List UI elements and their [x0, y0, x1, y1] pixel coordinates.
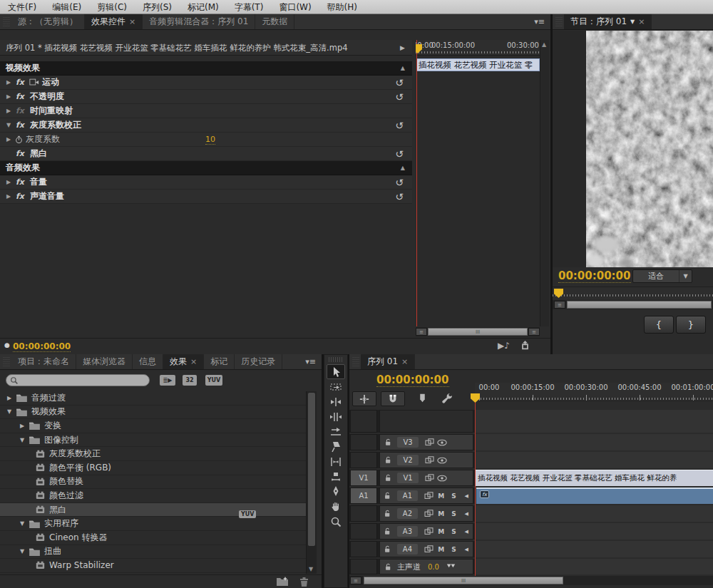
menu-item[interactable]: 文件(F): [0, 0, 44, 14]
tree-folder-row[interactable]: ▼实用程序: [0, 517, 306, 531]
menu-item[interactable]: 窗口(W): [271, 0, 319, 14]
solo-toggle[interactable]: S: [448, 510, 461, 517]
stopwatch-icon[interactable]: [15, 135, 23, 144]
twirl-icon[interactable]: ▶: [4, 108, 13, 114]
track-content[interactable]: [475, 434, 713, 450]
fx-badge-icon[interactable]: fx: [16, 120, 27, 130]
twirl-icon[interactable]: ▼: [4, 122, 13, 128]
track-name-chip[interactable]: A1: [397, 490, 419, 501]
fx-badge-icon[interactable]: fx: [16, 92, 27, 101]
tree-folder-row[interactable]: ▶音频过渡: [0, 391, 306, 406]
fx-badge-icon[interactable]: fx: [16, 149, 27, 158]
track-content[interactable]: fx: [475, 488, 713, 504]
track-content[interactable]: [475, 541, 713, 557]
program-playhead-marker[interactable]: [554, 289, 563, 298]
clip-title-expand-icon[interactable]: ▶: [400, 40, 411, 56]
reset-icon[interactable]: ↺: [395, 118, 404, 133]
ecp-mini-timeline[interactable]: 00:0000:15:00:0000:30:00 插花视频 花艺视频 开业花篮 …: [416, 40, 540, 326]
reset-icon[interactable]: ↺: [395, 175, 404, 190]
tab-item[interactable]: 信息: [133, 354, 163, 369]
ripple-edit-tool[interactable]: [327, 394, 345, 409]
export-frame-icon[interactable]: [520, 341, 530, 351]
source-patch[interactable]: [350, 523, 377, 540]
effect-row[interactable]: ▼fx灰度系数校正↺: [0, 118, 412, 133]
prev-keyframe-icon[interactable]: ◀: [460, 493, 473, 499]
eye-icon[interactable]: [436, 475, 448, 482]
snap-toggle-button[interactable]: [381, 391, 405, 406]
sync-lock-icon[interactable]: [422, 510, 435, 517]
track-name-chip[interactable]: V2: [397, 455, 419, 465]
track-content[interactable]: 插花视频 花艺视频 开业花篮 零基础花艺 婚车插花 鲜花的养: [475, 470, 713, 486]
source-patch[interactable]: [350, 452, 377, 468]
fx-badge-icon[interactable]: fx: [16, 106, 27, 115]
reset-icon[interactable]: ↺: [395, 190, 404, 204]
reset-icon[interactable]: ↺: [395, 76, 404, 90]
fx-badge-icon[interactable]: fx: [16, 192, 27, 201]
twirl-icon[interactable]: ▶: [4, 179, 13, 185]
lock-icon[interactable]: [381, 509, 394, 518]
ecp-vertical-scrollbar[interactable]: ▲: [540, 40, 549, 326]
panel-menu-icon[interactable]: ▾≡: [299, 354, 322, 369]
search-input[interactable]: [6, 374, 150, 386]
chevron-down-icon[interactable]: ▼: [630, 19, 635, 25]
selection-tool[interactable]: [327, 364, 345, 379]
effect-row[interactable]: ▶fx运动↺: [0, 76, 412, 90]
tree-folder-row[interactable]: ▼图像控制: [0, 433, 306, 448]
sync-lock-icon[interactable]: [423, 438, 436, 446]
ecp-horizontal-scrollbar[interactable]: ≡ III ≡: [416, 327, 540, 336]
effect-group-header[interactable]: 音频效果▲: [0, 161, 412, 175]
solo-toggle[interactable]: S: [448, 546, 461, 553]
source-patch[interactable]: V1: [350, 470, 377, 486]
track-select-tool[interactable]: [327, 379, 345, 394]
track-content[interactable]: [475, 559, 713, 574]
ecp-mini-ruler[interactable]: 00:0000:15:00:0000:30:00: [416, 40, 540, 56]
sync-lock-icon[interactable]: [422, 527, 435, 535]
tab-item[interactable]: 元数据: [255, 14, 294, 29]
lock-icon[interactable]: [381, 562, 394, 572]
scrollbar-handle[interactable]: III: [364, 577, 563, 584]
effect-row[interactable]: ▶fx不透明度↺: [0, 90, 412, 104]
zoom-tool[interactable]: [327, 514, 345, 529]
scrollbar-handle[interactable]: III: [428, 328, 528, 336]
program-video-area[interactable]: [553, 31, 713, 267]
tab-active[interactable]: 效果×: [163, 354, 204, 369]
menu-item[interactable]: 编辑(E): [44, 0, 89, 14]
lock-icon[interactable]: [381, 491, 394, 500]
tree-effect-row[interactable]: Cineon 转换器: [0, 531, 306, 545]
tree-folder-row[interactable]: ▼视频效果: [0, 406, 306, 420]
eye-icon[interactable]: [436, 457, 448, 464]
extract-button[interactable]: }: [676, 316, 706, 334]
twirl-icon[interactable]: ▶: [19, 423, 26, 429]
lock-icon[interactable]: [381, 438, 394, 447]
twirl-icon[interactable]: ▶: [6, 395, 13, 401]
track-content[interactable]: [475, 523, 713, 540]
ecp-selected-clip-bar[interactable]: 插花视频 花艺视频 开业花篮 零: [416, 58, 540, 71]
twirl-icon[interactable]: ▶: [4, 136, 13, 143]
source-patch[interactable]: A1: [350, 488, 377, 504]
tab-program[interactable]: 节目：序列 01 ▼ ×: [564, 14, 652, 29]
scroll-down-icon[interactable]: ▼: [309, 566, 313, 572]
tree-effect-row[interactable]: 颜色平衡 (RGB): [0, 461, 306, 475]
fx-badge-icon[interactable]: fx: [16, 177, 27, 187]
twirl-icon[interactable]: ▶: [4, 93, 13, 100]
twirl-icon[interactable]: ▼: [19, 437, 26, 443]
track-content[interactable]: [475, 410, 713, 433]
32bit-badge[interactable]: 32: [183, 375, 197, 386]
tree-folder-row[interactable]: ▼扭曲: [0, 545, 306, 559]
twirl-icon[interactable]: ▶: [4, 193, 13, 200]
pen-tool[interactable]: [327, 484, 345, 499]
close-icon[interactable]: ×: [401, 357, 408, 366]
menu-item[interactable]: 剪辑(C): [89, 0, 135, 14]
fx-badge-icon[interactable]: fx: [16, 78, 27, 87]
tab-item[interactable]: 音频剪辑混合器：序列 01: [143, 14, 255, 29]
tree-folder-row[interactable]: ▶变换: [0, 419, 306, 433]
track-name-chip[interactable]: A3: [397, 526, 419, 537]
source-patch[interactable]: [350, 410, 377, 433]
twirl-icon[interactable]: ▼: [6, 408, 13, 415]
sync-lock-icon[interactable]: [423, 474, 436, 482]
zoom-level-select[interactable]: 适合 ▼: [632, 269, 692, 283]
new-bin-icon[interactable]: [277, 577, 288, 587]
scrollbar-grip[interactable]: ≡: [528, 328, 540, 336]
tree-effect-row[interactable]: 颜色过滤: [0, 489, 306, 503]
solo-toggle[interactable]: S: [448, 492, 461, 500]
